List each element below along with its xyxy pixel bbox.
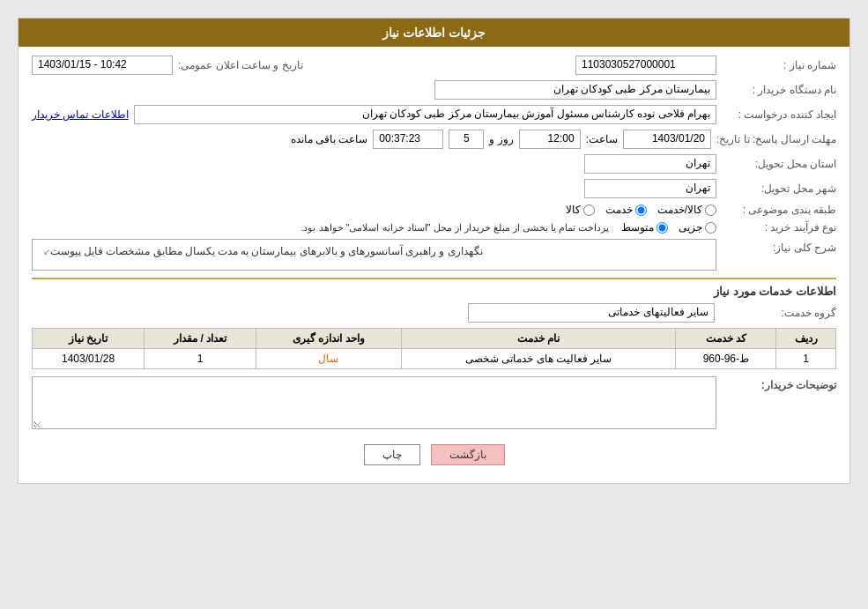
col-service-code: کد خدمت — [676, 329, 776, 349]
radio-jozi[interactable]: جزیی — [679, 221, 716, 234]
need-description-label: شرح کلی نیاز: — [722, 239, 836, 254]
radio-kala-khadamat-input[interactable] — [705, 204, 716, 216]
buyer-notes-row: توضیحات خریدار: ↙ — [32, 376, 836, 432]
creator-label: ایجاد کننده درخواست : — [722, 108, 836, 121]
radio-kala-label: کالا — [566, 204, 581, 216]
service-group-label: گروه خدمت: — [722, 307, 836, 319]
need-number-value: 1103030527000001 — [575, 56, 716, 75]
announce-date-value: 1403/01/15 - 10:42 — [32, 56, 173, 75]
col-need-date: تاریخ نیاز — [33, 329, 145, 349]
buyer-org-value: بیمارستان مرکز طبی کودکان تهران — [434, 80, 716, 100]
radio-kala[interactable]: کالا — [566, 204, 595, 216]
col-service-name: نام خدمت — [401, 329, 676, 349]
bottom-buttons: بازگشت چاپ — [32, 444, 836, 465]
services-section-title: اطلاعات خدمات مورد نیاز — [32, 285, 836, 298]
purchase-type-row: نوع فرآیند خرید : جزیی متوسط پرداخت تمام… — [32, 221, 836, 234]
buyer-org-row: نام دستگاه خریدار : بیمارستان مرکز طبی ک… — [32, 80, 836, 100]
remaining-label: ساعت باقی مانده — [291, 133, 368, 145]
textarea-resize-icon: ↙ — [35, 419, 42, 428]
content-area: شماره نیاز : 1103030527000001 تاریخ و سا… — [19, 47, 849, 483]
creator-link[interactable]: اطلاعات تماس خریدار — [32, 108, 129, 121]
radio-kala-khadamat[interactable]: کالا/خدمت — [657, 204, 716, 216]
radio-kala-input[interactable] — [583, 204, 595, 216]
cell-row-num: 1 — [776, 349, 836, 369]
category-radio-group: کالا/خدمت خدمت کالا — [566, 204, 716, 216]
radio-motavasset-label: متوسط — [621, 221, 654, 234]
need-number-label: شماره نیاز : — [722, 59, 836, 71]
need-number-row: شماره نیاز : 1103030527000001 تاریخ و سا… — [32, 56, 836, 75]
buyer-notes-label: توضیحات خریدار: — [722, 376, 836, 391]
page-header: جزئیات اطلاعات نیاز — [19, 19, 849, 47]
time-value: 12:00 — [519, 130, 581, 149]
services-table: ردیف کد خدمت نام خدمت واحد اندازه گیری ت… — [32, 328, 836, 369]
purchase-note: پرداخت تمام یا بخشی از مبلغ خریدار از مح… — [300, 222, 609, 234]
delivery-province-label: استان محل تحویل: — [722, 158, 836, 170]
cell-service-name: سایر فعالیت های خدماتی شخصی — [401, 349, 676, 369]
col-row-num: ردیف — [776, 329, 836, 349]
days-label: روز و — [489, 133, 513, 145]
buyer-notes-textarea[interactable] — [32, 376, 716, 429]
radio-khadamat-label: خدمت — [605, 204, 633, 216]
delivery-province-row: استان محل تحویل: تهران — [32, 154, 836, 174]
cell-need-date: 1403/01/28 — [33, 349, 145, 369]
cell-service-code: ط-96-960 — [676, 349, 776, 369]
category-row: طبقه بندی موضوعی : کالا/خدمت خدمت کالا — [32, 204, 836, 216]
services-table-body: 1 ط-96-960 سایر فعالیت های خدماتی شخصی س… — [33, 349, 836, 369]
category-label: طبقه بندی موضوعی : — [722, 204, 836, 216]
buyer-org-label: نام دستگاه خریدار : — [722, 84, 836, 96]
buyer-notes-container: ↙ — [32, 376, 716, 432]
radio-khadamat-input[interactable] — [635, 204, 647, 216]
cell-quantity: 1 — [145, 349, 256, 369]
creator-row: ایجاد کننده درخواست : بهرام فلاحی نوده ک… — [32, 105, 836, 124]
creator-value: بهرام فلاحی نوده کارشناس مسئول آموزش بیم… — [134, 105, 716, 124]
delivery-city-label: شهر محل تحویل: — [722, 182, 836, 195]
announce-date-label: تاریخ و ساعت اعلان عمومی: — [178, 59, 303, 71]
need-description-row: شرح کلی نیاز: ↙ نگهداری و راهبری آسانسور… — [32, 239, 836, 271]
radio-motavasset-input[interactable] — [657, 222, 668, 234]
services-divider — [32, 278, 836, 279]
send-deadline-row: مهلت ارسال پاسخ: تا تاریخ: 1403/01/20 سا… — [32, 130, 836, 149]
radio-kala-khadamat-label: کالا/خدمت — [657, 204, 702, 216]
page-container: جزئیات اطلاعات نیاز شماره نیاز : 1103030… — [18, 18, 850, 484]
delivery-city-value: تهران — [584, 179, 716, 198]
radio-khadamat[interactable]: خدمت — [605, 204, 647, 216]
radio-jozi-label: جزیی — [679, 221, 702, 234]
services-table-head: ردیف کد خدمت نام خدمت واحد اندازه گیری ت… — [33, 329, 836, 349]
page-title: جزئیات اطلاعات نیاز — [382, 26, 486, 40]
need-description-box: ↙ نگهداری و راهبری آسانسورهای و بالابرها… — [32, 239, 716, 271]
services-table-header-row: ردیف کد خدمت نام خدمت واحد اندازه گیری ت… — [33, 329, 836, 349]
resize-icon: ↙ — [43, 247, 50, 256]
cell-unit: سال — [256, 349, 402, 369]
radio-motavasset[interactable]: متوسط — [621, 221, 668, 234]
days-value: 5 — [449, 130, 484, 149]
time-label: ساعت: — [586, 133, 618, 145]
table-row: 1 ط-96-960 سایر فعالیت های خدماتی شخصی س… — [33, 349, 836, 369]
date-value: 1403/01/20 — [623, 130, 711, 149]
col-quantity: تعداد / مقدار — [145, 329, 256, 349]
remaining-value: 00:37:23 — [373, 130, 443, 149]
service-group-row: گروه خدمت: سایر فعالیتهای خدماتی — [32, 303, 836, 323]
purchase-type-radio-group: جزیی متوسط — [621, 221, 716, 234]
delivery-city-row: شهر محل تحویل: تهران — [32, 179, 836, 198]
need-description-value: نگهداری و راهبری آسانسورهای و بالابرهای … — [50, 245, 483, 257]
print-button[interactable]: چاپ — [364, 444, 420, 465]
service-group-value: سایر فعالیتهای خدماتی — [468, 303, 715, 323]
back-button[interactable]: بازگشت — [431, 444, 505, 465]
purchase-type-label: نوع فرآیند خرید : — [722, 221, 836, 234]
radio-jozi-input[interactable] — [705, 222, 716, 234]
send-deadline-label: مهلت ارسال پاسخ: تا تاریخ: — [716, 133, 836, 145]
col-unit: واحد اندازه گیری — [256, 329, 402, 349]
delivery-province-value: تهران — [584, 154, 716, 174]
